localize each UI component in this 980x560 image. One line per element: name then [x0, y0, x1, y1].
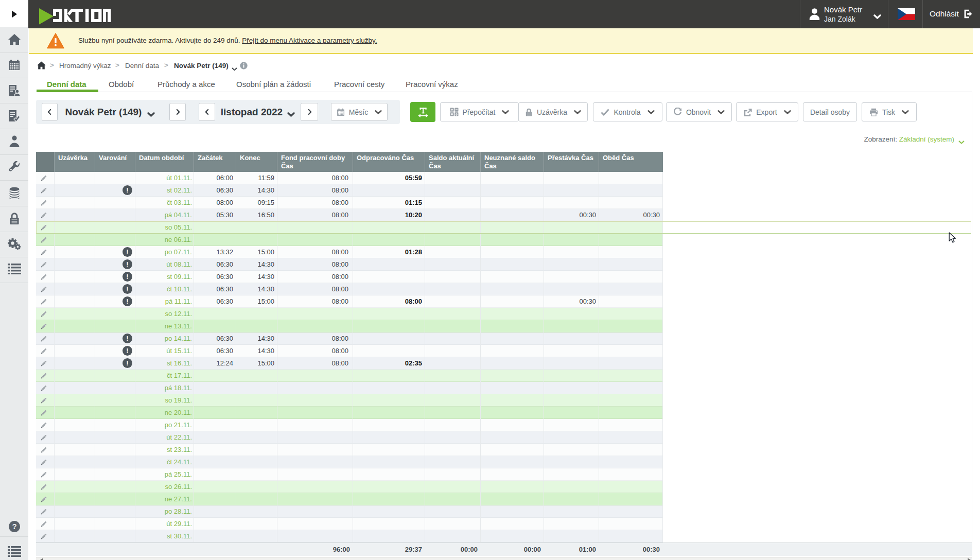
- svg-text:?: ?: [12, 522, 16, 531]
